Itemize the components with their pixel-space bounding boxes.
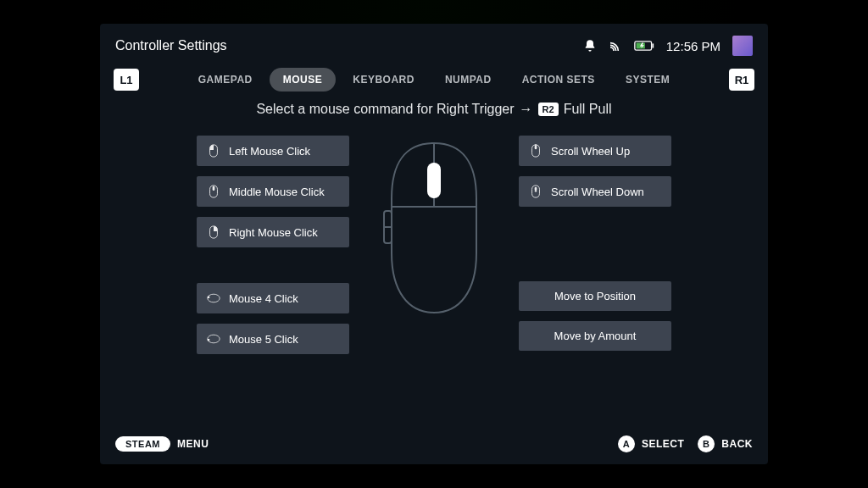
btn-label: Mouse 5 Click: [229, 333, 298, 346]
bumper-right[interactable]: R1: [729, 69, 754, 91]
btn-right-mouse-click[interactable]: Right Mouse Click: [197, 217, 349, 247]
svg-rect-13: [535, 146, 537, 149]
tab-list: GAMEPAD MOUSE KEYBOARD NUMPAD ACTION SET…: [185, 68, 683, 92]
content-area: Left Mouse Click Middle Mouse Click Righ…: [100, 129, 768, 427]
svg-rect-10: [427, 163, 441, 198]
tab-numpad[interactable]: NUMPAD: [431, 68, 505, 92]
bell-icon[interactable]: [583, 39, 597, 53]
mouse-diagram: [375, 136, 493, 317]
btn-mouse-4-click[interactable]: Mouse 4 Click: [197, 283, 349, 313]
hint-back-label: BACK: [721, 438, 753, 450]
btn-middle-mouse-click[interactable]: Middle Mouse Click: [197, 176, 349, 207]
keycap-r2: R2: [538, 103, 559, 116]
status-area: 12:56 PM: [583, 36, 753, 56]
hint-select-label: SELECT: [642, 438, 684, 450]
settings-panel: Controller Settings 12:56 PM L1 GAMEPAD: [100, 24, 768, 464]
btn-mouse-5-click[interactable]: Mouse 5 Click: [197, 324, 349, 354]
btn-label: Left Mouse Click: [229, 145, 310, 158]
mouse-side-icon: [207, 332, 220, 346]
tab-system[interactable]: SYSTEM: [612, 68, 683, 92]
button-b-icon: B: [698, 435, 715, 452]
scroll-up-icon: [529, 144, 542, 158]
svg-rect-5: [208, 297, 209, 298]
right-column: Scroll Wheel Up Scroll Wheel Down Move t…: [519, 136, 671, 351]
clock: 12:56 PM: [666, 39, 721, 53]
mouse-middle-icon: [207, 185, 220, 198]
btn-scroll-wheel-up[interactable]: Scroll Wheel Up: [519, 136, 671, 166]
btn-scroll-wheel-down[interactable]: Scroll Wheel Down: [519, 176, 671, 207]
scroll-down-icon: [529, 185, 542, 198]
hint-select: A SELECT: [618, 435, 684, 452]
btn-label: Middle Mouse Click: [229, 186, 325, 198]
hint-back: B BACK: [698, 435, 753, 452]
btn-label: Right Mouse Click: [229, 226, 318, 239]
prompt-suffix: Full Pull: [564, 102, 612, 117]
btn-label: Scroll Wheel Up: [551, 145, 630, 158]
btn-label: Move by Amount: [554, 330, 637, 342]
svg-rect-14: [535, 187, 537, 191]
battery-icon: [634, 40, 654, 52]
left-column: Left Mouse Click Middle Mouse Click Righ…: [197, 136, 349, 354]
mouse-right-icon: [207, 225, 220, 239]
btn-label: Move to Position: [554, 290, 636, 302]
svg-rect-1: [652, 43, 654, 47]
header-bar: Controller Settings 12:56 PM: [100, 24, 768, 63]
button-a-icon: A: [618, 435, 635, 452]
tab-gamepad[interactable]: GAMEPAD: [185, 68, 266, 92]
page-title: Controller Settings: [115, 38, 227, 53]
tab-action-sets[interactable]: ACTION SETS: [509, 68, 609, 92]
tab-keyboard[interactable]: KEYBOARD: [339, 68, 428, 92]
steam-button[interactable]: STEAM: [115, 436, 170, 452]
mouse-left-icon: [207, 144, 220, 158]
svg-rect-3: [213, 186, 215, 191]
btn-move-to-position[interactable]: Move to Position: [519, 281, 671, 311]
prompt-text: Select a mouse command for Right Trigger: [256, 102, 514, 117]
svg-rect-7: [208, 339, 209, 341]
btn-left-mouse-click[interactable]: Left Mouse Click: [197, 136, 349, 166]
btn-label: Scroll Wheel Down: [551, 186, 644, 198]
btn-move-by-amount[interactable]: Move by Amount: [519, 321, 671, 351]
avatar[interactable]: [732, 36, 753, 56]
menu-label: MENU: [177, 438, 209, 450]
bumper-left[interactable]: L1: [114, 69, 139, 91]
footer-bar: STEAM MENU A SELECT B BACK: [100, 427, 768, 464]
prompt-arrow: →: [520, 102, 533, 117]
btn-label: Mouse 4 Click: [229, 292, 298, 305]
tab-row: L1 GAMEPAD MOUSE KEYBOARD NUMPAD ACTION …: [100, 63, 768, 100]
tab-mouse[interactable]: MOUSE: [270, 68, 337, 92]
cast-icon[interactable]: [609, 39, 622, 53]
mouse-side-icon: [207, 291, 220, 305]
prompt-line: Select a mouse command for Right Trigger…: [100, 100, 768, 129]
